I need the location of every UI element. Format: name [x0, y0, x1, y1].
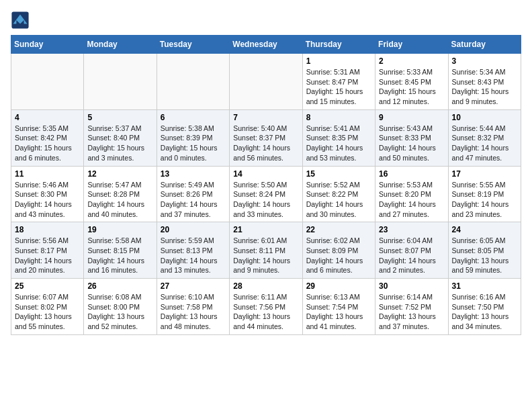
calendar: SundayMondayTuesdayWednesdayThursdayFrid… [11, 35, 521, 335]
day-info: Sunrise: 5:56 AM Sunset: 8:17 PM Dayligh… [15, 236, 80, 275]
calendar-cell [84, 54, 157, 110]
day-number: 2 [379, 56, 444, 66]
calendar-cell: 23Sunrise: 6:04 AM Sunset: 8:07 PM Dayli… [375, 222, 448, 279]
calendar-cell: 13Sunrise: 5:49 AM Sunset: 8:26 PM Dayli… [157, 166, 229, 222]
week-row: 18Sunrise: 5:56 AM Sunset: 8:17 PM Dayli… [11, 222, 521, 279]
calendar-cell: 25Sunrise: 6:07 AM Sunset: 8:02 PM Dayli… [11, 279, 84, 335]
calendar-cell: 29Sunrise: 6:13 AM Sunset: 7:54 PM Dayli… [302, 279, 375, 335]
calendar-body: 1Sunrise: 5:31 AM Sunset: 8:47 PM Daylig… [11, 54, 521, 335]
day-info: Sunrise: 5:38 AM Sunset: 8:39 PM Dayligh… [161, 124, 226, 163]
day-number: 24 [452, 225, 517, 234]
day-number: 28 [233, 281, 298, 291]
calendar-cell: 15Sunrise: 5:52 AM Sunset: 8:22 PM Dayli… [302, 166, 375, 222]
week-row: 25Sunrise: 6:07 AM Sunset: 8:02 PM Dayli… [11, 279, 521, 335]
calendar-cell: 30Sunrise: 6:14 AM Sunset: 7:52 PM Dayli… [375, 279, 448, 335]
day-number: 9 [379, 113, 444, 122]
day-info: Sunrise: 5:44 AM Sunset: 8:32 PM Dayligh… [452, 124, 517, 163]
calendar-cell: 16Sunrise: 5:53 AM Sunset: 8:20 PM Dayli… [375, 166, 448, 222]
calendar-cell: 7Sunrise: 5:40 AM Sunset: 8:37 PM Daylig… [230, 109, 302, 166]
calendar-cell: 18Sunrise: 5:56 AM Sunset: 8:17 PM Dayli… [11, 222, 84, 279]
logo [11, 11, 31, 30]
day-number: 30 [379, 281, 444, 291]
day-number: 23 [379, 225, 444, 234]
day-info: Sunrise: 6:07 AM Sunset: 8:02 PM Dayligh… [15, 292, 80, 332]
day-number: 1 [306, 56, 371, 66]
day-info: Sunrise: 5:52 AM Sunset: 8:22 PM Dayligh… [306, 180, 371, 220]
day-number: 27 [161, 281, 226, 291]
day-info: Sunrise: 6:10 AM Sunset: 7:58 PM Dayligh… [161, 292, 226, 332]
day-number: 7 [233, 113, 298, 122]
calendar-cell: 21Sunrise: 6:01 AM Sunset: 8:11 PM Dayli… [230, 222, 302, 279]
calendar-cell: 2Sunrise: 5:33 AM Sunset: 8:45 PM Daylig… [375, 54, 448, 110]
calendar-cell [230, 54, 302, 110]
week-row: 4Sunrise: 5:35 AM Sunset: 8:42 PM Daylig… [11, 109, 521, 166]
header [11, 11, 521, 30]
calendar-cell: 27Sunrise: 6:10 AM Sunset: 7:58 PM Dayli… [157, 279, 229, 335]
weekday-header-cell: Friday [375, 36, 448, 54]
day-number: 14 [233, 169, 298, 179]
calendar-cell: 17Sunrise: 5:55 AM Sunset: 8:19 PM Dayli… [448, 166, 521, 222]
day-info: Sunrise: 5:43 AM Sunset: 8:33 PM Dayligh… [379, 124, 444, 163]
day-info: Sunrise: 5:55 AM Sunset: 8:19 PM Dayligh… [452, 180, 517, 220]
day-info: Sunrise: 6:13 AM Sunset: 7:54 PM Dayligh… [306, 292, 371, 332]
calendar-cell: 19Sunrise: 5:58 AM Sunset: 8:15 PM Dayli… [84, 222, 157, 279]
day-info: Sunrise: 5:46 AM Sunset: 8:30 PM Dayligh… [15, 180, 80, 220]
day-info: Sunrise: 5:34 AM Sunset: 8:43 PM Dayligh… [452, 67, 517, 107]
day-number: 12 [87, 169, 152, 179]
day-number: 21 [233, 225, 298, 234]
day-number: 19 [87, 225, 152, 234]
calendar-cell: 26Sunrise: 6:08 AM Sunset: 8:00 PM Dayli… [84, 279, 157, 335]
weekday-header-cell: Monday [84, 36, 157, 54]
calendar-cell: 10Sunrise: 5:44 AM Sunset: 8:32 PM Dayli… [448, 109, 521, 166]
day-number: 11 [15, 169, 80, 179]
calendar-cell: 24Sunrise: 6:05 AM Sunset: 8:05 PM Dayli… [448, 222, 521, 279]
calendar-cell: 5Sunrise: 5:37 AM Sunset: 8:40 PM Daylig… [84, 109, 157, 166]
day-number: 15 [306, 169, 371, 179]
day-info: Sunrise: 6:01 AM Sunset: 8:11 PM Dayligh… [233, 236, 298, 275]
day-number: 8 [306, 113, 371, 122]
day-number: 5 [87, 113, 152, 122]
calendar-cell: 4Sunrise: 5:35 AM Sunset: 8:42 PM Daylig… [11, 109, 84, 166]
calendar-cell [11, 54, 84, 110]
day-info: Sunrise: 6:14 AM Sunset: 7:52 PM Dayligh… [379, 292, 444, 332]
calendar-cell: 12Sunrise: 5:47 AM Sunset: 8:28 PM Dayli… [84, 166, 157, 222]
day-info: Sunrise: 5:47 AM Sunset: 8:28 PM Dayligh… [87, 180, 152, 220]
day-info: Sunrise: 6:05 AM Sunset: 8:05 PM Dayligh… [452, 236, 517, 275]
calendar-cell: 28Sunrise: 6:11 AM Sunset: 7:56 PM Dayli… [230, 279, 302, 335]
calendar-cell: 1Sunrise: 5:31 AM Sunset: 8:47 PM Daylig… [302, 54, 375, 110]
day-number: 3 [452, 56, 517, 66]
day-number: 20 [161, 225, 226, 234]
calendar-cell: 20Sunrise: 5:59 AM Sunset: 8:13 PM Dayli… [157, 222, 229, 279]
calendar-cell: 11Sunrise: 5:46 AM Sunset: 8:30 PM Dayli… [11, 166, 84, 222]
day-info: Sunrise: 5:49 AM Sunset: 8:26 PM Dayligh… [161, 180, 226, 220]
day-number: 26 [87, 281, 152, 291]
day-info: Sunrise: 5:31 AM Sunset: 8:47 PM Dayligh… [306, 67, 371, 107]
day-info: Sunrise: 5:53 AM Sunset: 8:20 PM Dayligh… [379, 180, 444, 220]
day-info: Sunrise: 5:40 AM Sunset: 8:37 PM Dayligh… [233, 124, 298, 163]
calendar-cell [157, 54, 229, 110]
day-info: Sunrise: 6:04 AM Sunset: 8:07 PM Dayligh… [379, 236, 444, 275]
weekday-header-cell: Wednesday [230, 36, 302, 54]
day-number: 31 [452, 281, 517, 291]
day-number: 22 [306, 225, 371, 234]
day-info: Sunrise: 5:50 AM Sunset: 8:24 PM Dayligh… [233, 180, 298, 220]
weekday-header-cell: Saturday [448, 36, 521, 54]
day-info: Sunrise: 5:35 AM Sunset: 8:42 PM Dayligh… [15, 124, 80, 163]
calendar-cell: 6Sunrise: 5:38 AM Sunset: 8:39 PM Daylig… [157, 109, 229, 166]
day-number: 6 [161, 113, 226, 122]
day-info: Sunrise: 5:59 AM Sunset: 8:13 PM Dayligh… [161, 236, 226, 275]
day-number: 13 [161, 169, 226, 179]
week-row: 11Sunrise: 5:46 AM Sunset: 8:30 PM Dayli… [11, 166, 521, 222]
day-info: Sunrise: 6:02 AM Sunset: 8:09 PM Dayligh… [306, 236, 371, 275]
calendar-cell: 3Sunrise: 5:34 AM Sunset: 8:43 PM Daylig… [448, 54, 521, 110]
logo-icon [11, 11, 30, 30]
day-number: 17 [452, 169, 517, 179]
day-info: Sunrise: 5:37 AM Sunset: 8:40 PM Dayligh… [87, 124, 152, 163]
calendar-cell: 9Sunrise: 5:43 AM Sunset: 8:33 PM Daylig… [375, 109, 448, 166]
day-info: Sunrise: 6:16 AM Sunset: 7:50 PM Dayligh… [452, 292, 517, 332]
day-number: 10 [452, 113, 517, 122]
calendar-cell: 31Sunrise: 6:16 AM Sunset: 7:50 PM Dayli… [448, 279, 521, 335]
day-number: 18 [15, 225, 80, 234]
week-row: 1Sunrise: 5:31 AM Sunset: 8:47 PM Daylig… [11, 54, 521, 110]
day-info: Sunrise: 6:08 AM Sunset: 8:00 PM Dayligh… [87, 292, 152, 332]
